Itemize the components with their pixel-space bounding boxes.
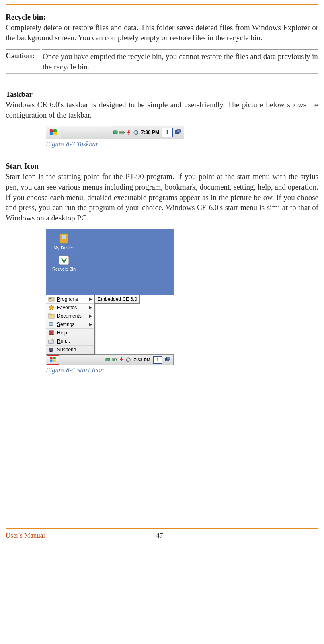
page-footer: User's Manual 47 [0, 527, 324, 548]
header-rule-thin [6, 6, 318, 6]
svg-rect-2 [124, 132, 125, 133]
taskbar-body: Windows CE 6.0's taskbar is designed to … [6, 100, 318, 120]
start-button-highlighted[interactable] [47, 355, 59, 365]
recycle-bin-block: Recycle bin: Completely delete or restor… [6, 12, 318, 43]
menu-item-suspend[interactable]: Suspend [46, 345, 94, 354]
start-icon-title: Start Icon [6, 162, 318, 171]
help-icon [48, 330, 55, 336]
desktop-icon-2[interactable] [164, 356, 172, 364]
svg-rect-22 [116, 359, 117, 360]
clock-text: 7:30 PM [140, 130, 160, 135]
desktop-icon[interactable] [174, 128, 182, 137]
caution-label: Caution: [6, 51, 43, 60]
svg-rect-19 [50, 351, 52, 352]
figure-8-3-caption: Figure 8-3 Taskbar [46, 140, 318, 148]
recycle-bin-body: Completely delete or restore files and d… [6, 23, 318, 42]
caution-rule-seg1 [6, 49, 40, 50]
svg-rect-12 [49, 298, 51, 299]
input-indicator[interactable]: 1 [162, 128, 173, 137]
svg-rect-14 [49, 314, 51, 315]
svg-rect-3 [120, 132, 123, 133]
my-device-icon[interactable]: My Device [50, 232, 78, 250]
svg-rect-20 [106, 358, 110, 361]
header-rule-thick [6, 4, 318, 5]
desktop-area: My Device Recycle Bin [46, 229, 174, 295]
documents-icon [48, 313, 55, 319]
svg-point-5 [135, 132, 136, 133]
start-button[interactable] [46, 126, 61, 139]
recycle-bin-label: Recycle Bin [52, 267, 76, 271]
settings-icon [48, 321, 55, 328]
svg-rect-0 [113, 131, 117, 134]
figure-8-4-caption: Figure 8-4 Start Icon [46, 366, 318, 374]
menu-item-favorites[interactable]: Favorites ▶ [46, 303, 94, 312]
svg-rect-9 [62, 235, 66, 239]
windows-flag-icon [49, 356, 57, 363]
start-menu-figure: My Device Recycle Bin Programs ▶ F [46, 229, 174, 365]
chevron-right-icon: ▶ [89, 314, 92, 318]
svg-rect-15 [49, 322, 53, 326]
recycle-bin-icon[interactable]: Recycle Bin [50, 253, 78, 271]
chevron-right-icon: ▶ [89, 297, 92, 301]
caution-text: Once you have emptied the recycle bin, y… [43, 51, 318, 72]
disc-icon [125, 357, 131, 363]
my-device-label: My Device [53, 245, 74, 250]
battery-icon [112, 357, 117, 363]
favorites-icon [48, 304, 55, 311]
system-tray-2: 7:33 PM 1 [103, 355, 173, 365]
tray-icon-1 [113, 130, 118, 135]
run-icon [48, 338, 55, 344]
battery-icon [119, 130, 125, 135]
svg-rect-18 [49, 348, 53, 351]
menu-item-settings[interactable]: Settings ▶ [46, 320, 94, 328]
start-icon-body: Start icon is the starting point for the… [6, 171, 318, 223]
clock-text-2: 7:33 PM [132, 357, 152, 362]
start-menu-panel: Programs ▶ Favorites ▶ Documents ▶ [46, 295, 95, 354]
recycle-bin-title: Recycle bin: [6, 13, 46, 21]
svg-rect-27 [167, 357, 170, 359]
menu-item-run[interactable]: Run... [46, 337, 94, 345]
chevron-right-icon: ▶ [89, 322, 92, 326]
menu-item-programs[interactable]: Programs ▶ [46, 295, 94, 303]
taskbar-figure: 7:30 PM 1 [46, 126, 184, 139]
menu-item-help[interactable]: Help [46, 328, 94, 337]
bolt-icon [126, 130, 132, 135]
page-number: 47 [45, 532, 274, 540]
menu-item-documents[interactable]: Documents ▶ [46, 312, 94, 320]
programs-icon [48, 296, 55, 302]
svg-rect-7 [177, 130, 180, 132]
tray-icon-1 [105, 357, 111, 363]
svg-rect-23 [113, 359, 115, 361]
system-tray: 7:30 PM 1 [111, 126, 184, 139]
taskbar-2: 7:33 PM 1 [46, 354, 174, 365]
footer-left: User's Manual [6, 532, 45, 540]
chevron-right-icon: ▶ [89, 305, 92, 310]
disc-icon [133, 130, 139, 135]
input-indicator-2[interactable]: 1 [153, 356, 162, 364]
svg-point-25 [128, 359, 129, 360]
taskbar-title: Taskbar [6, 90, 318, 99]
caution-box: Caution: Once you have emptied the recyc… [6, 49, 318, 74]
svg-rect-16 [50, 326, 52, 326]
caution-rule-seg2 [42, 49, 318, 50]
bolt-icon [119, 357, 124, 363]
windows-flag-icon [49, 128, 58, 137]
suspend-icon [48, 346, 55, 353]
submenu-embedded-ce[interactable]: Embedded CE 6.0 [95, 295, 140, 304]
